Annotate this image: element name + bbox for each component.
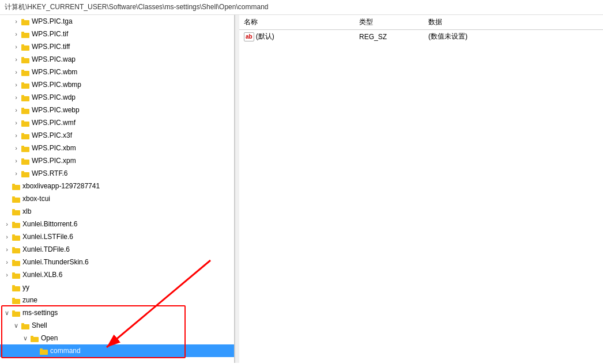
folder-icon-wps-pic-wap	[21, 55, 30, 63]
folder-icon-wps-pic-wbmp	[21, 81, 30, 89]
tree-arrow-wps-pic-xpm[interactable]: ›	[12, 156, 21, 166]
tree-arrow-wps-pic-wbm[interactable]: ›	[12, 67, 21, 77]
folder-icon-wps-pic-x3f	[21, 131, 30, 139]
scrollbar[interactable]	[235, 15, 239, 363]
tree-item-ms-settings[interactable]: ∨ms-settings	[0, 306, 234, 319]
tree-item-wps-pic-wbm[interactable]: ›WPS.PIC.wbm	[0, 66, 234, 78]
tree-arrow-open[interactable]: ∨	[21, 333, 30, 343]
tree-item-wps-rtf6[interactable]: ›WPS.RTF.6	[0, 167, 234, 180]
svg-rect-25	[21, 172, 29, 177]
tree-item-xlb[interactable]: xlb	[0, 205, 234, 218]
folder-icon-wps-pic-xpm	[21, 157, 30, 165]
svg-rect-15	[21, 109, 29, 114]
tree-arrow-wps-pic-tif[interactable]: ›	[12, 29, 21, 39]
svg-rect-23	[21, 160, 29, 165]
tree-label-wps-pic-xbm: WPS.PIC.xbm	[32, 143, 76, 153]
tree-item-wps-pic-tiff[interactable]: ›WPS.PIC.tiff	[0, 40, 234, 53]
tree-item-yy[interactable]: yy	[0, 281, 234, 294]
folder-icon-open	[30, 334, 39, 342]
tree-arrow-wps-pic-wmf[interactable]: ›	[12, 117, 21, 128]
tree-label-xunlei-xlb: Xunlei.XLB.6	[22, 270, 62, 280]
tree-arrow-xunlei-tdfile[interactable]: ›	[2, 244, 12, 255]
title-text: 计算机\HKEY_CURRENT_USER\Software\Classes\m…	[5, 3, 268, 11]
svg-rect-39	[12, 261, 20, 266]
tree-item-wps-pic-tga[interactable]: ›WPS.PIC.tga	[0, 15, 234, 28]
tree-arrow-wps-pic-x3f[interactable]: ›	[12, 130, 21, 141]
tree-arrow-wps-pic-wdp[interactable]: ›	[12, 92, 21, 103]
tree-item-wps-pic-wmf[interactable]: ›WPS.PIC.wmf	[0, 116, 234, 129]
tree-arrow-wps-pic-wbmp[interactable]: ›	[12, 79, 21, 90]
tree-item-wps-pic-tif[interactable]: ›WPS.PIC.tif	[0, 28, 234, 40]
svg-rect-31	[12, 210, 20, 215]
tree-item-wps-pic-wbmp[interactable]: ›WPS.PIC.wbmp	[0, 78, 234, 91]
svg-rect-17	[21, 122, 29, 127]
svg-rect-19	[21, 134, 29, 139]
tree-label-wps-pic-wbmp: WPS.PIC.wbmp	[32, 79, 81, 90]
tree-item-xunlei-bittorrent[interactable]: ›Xunlei.Bittorrent.6	[0, 218, 234, 230]
tree-label-wps-pic-wap: WPS.PIC.wap	[32, 54, 76, 65]
tree-arrow-wps-rtf6[interactable]: ›	[12, 168, 21, 179]
tree-arrow-wps-pic-webp[interactable]: ›	[12, 105, 21, 115]
tree-label-wps-pic-x3f: WPS.PIC.x3f	[32, 130, 72, 141]
folder-icon-wps-pic-webp	[21, 106, 30, 114]
tree-arrow-xunlei-thunderskin[interactable]: ›	[2, 257, 12, 267]
tree-arrow-xunlei-lstfile[interactable]: ›	[2, 232, 12, 242]
tree-item-shell[interactable]: ∨Shell	[0, 319, 234, 332]
tree-arrow-wps-pic-wap[interactable]: ›	[12, 54, 21, 65]
folder-icon-wps-rtf6	[21, 169, 30, 177]
svg-rect-13	[21, 96, 29, 101]
reg-row-0[interactable]: ab(默认)REG_SZ(数值未设置)	[239, 30, 603, 44]
tree-arrow-ms-settings[interactable]: ∨	[2, 308, 12, 318]
svg-rect-33	[12, 223, 20, 228]
tree-arrow-wps-pic-xbm[interactable]: ›	[12, 143, 21, 153]
tree-item-xunlei-xlb[interactable]: ›Xunlei.XLB.6	[0, 268, 234, 281]
tree-item-xunlei-thunderskin[interactable]: ›Xunlei.ThunderSkin.6	[0, 256, 234, 268]
tree-label-wps-pic-tiff: WPS.PIC.tiff	[32, 41, 70, 52]
tree-label-wps-rtf6: WPS.RTF.6	[32, 168, 67, 179]
registry-tree[interactable]: ›WPS.PIC.tga›WPS.PIC.tif›WPS.PIC.tiff›WP…	[0, 15, 235, 363]
tree-label-wps-pic-tif: WPS.PIC.tif	[32, 29, 68, 39]
col-name-header: 名称	[239, 15, 355, 30]
tree-arrow-xunlei-bittorrent[interactable]: ›	[2, 219, 12, 229]
tree-label-shell: Shell	[32, 320, 47, 331]
ab-icon-0: ab	[244, 32, 254, 41]
tree-item-xunlei-lstfile[interactable]: ›Xunlei.LSTFile.6	[0, 230, 234, 243]
tree-item-zune[interactable]: zune	[0, 294, 234, 306]
tree-item-xbox-tcui[interactable]: xbox-tcui	[0, 192, 234, 205]
svg-rect-35	[12, 236, 20, 241]
tree-arrow-wps-pic-tiff[interactable]: ›	[12, 41, 21, 52]
svg-rect-1	[21, 20, 29, 25]
tree-item-wps-pic-x3f[interactable]: ›WPS.PIC.x3f	[0, 129, 234, 142]
tree-arrow-xunlei-xlb[interactable]: ›	[2, 270, 12, 280]
tree-item-wps-pic-xbm[interactable]: ›WPS.PIC.xbm	[0, 142, 234, 154]
svg-rect-37	[12, 248, 20, 253]
tree-label-yy: yy	[22, 282, 29, 293]
folder-icon-xunlei-thunderskin	[12, 258, 21, 266]
svg-rect-43	[12, 286, 20, 291]
tree-item-wps-pic-wap[interactable]: ›WPS.PIC.wap	[0, 53, 234, 66]
folder-icon-xunlei-xlb	[12, 271, 21, 279]
tree-item-wps-pic-xpm[interactable]: ›WPS.PIC.xpm	[0, 154, 234, 167]
folder-icon-xboxliveapp	[12, 182, 21, 190]
tree-item-xunlei-tdfile[interactable]: ›Xunlei.TDFile.6	[0, 243, 234, 256]
svg-rect-29	[12, 198, 20, 203]
svg-rect-7	[21, 58, 29, 63]
tree-label-zune: zune	[22, 295, 37, 305]
svg-rect-5	[21, 46, 29, 51]
svg-rect-3	[21, 33, 29, 38]
folder-icon-wps-pic-wdp	[21, 93, 30, 101]
tree-item-command[interactable]: command	[0, 344, 234, 357]
tree-label-open: Open	[41, 333, 58, 343]
tree-item-xboxliveapp[interactable]: xboxliveapp-1297287741	[0, 180, 234, 192]
svg-rect-27	[12, 185, 20, 190]
folder-icon-xunlei-tdfile	[12, 245, 21, 253]
svg-rect-53	[40, 350, 48, 355]
tree-arrow-shell[interactable]: ∨	[12, 320, 21, 331]
tree-item-wps-pic-wdp[interactable]: ›WPS.PIC.wdp	[0, 91, 234, 104]
tree-item-wps-pic-webp[interactable]: ›WPS.PIC.webp	[0, 104, 234, 116]
tree-arrow-wps-pic-tga[interactable]: ›	[12, 16, 21, 26]
tree-label-command: command	[50, 346, 81, 356]
folder-icon-ms-settings	[12, 309, 21, 317]
tree-label-xboxliveapp: xboxliveapp-1297287741	[22, 181, 100, 191]
tree-item-open[interactable]: ∨Open	[0, 332, 234, 344]
